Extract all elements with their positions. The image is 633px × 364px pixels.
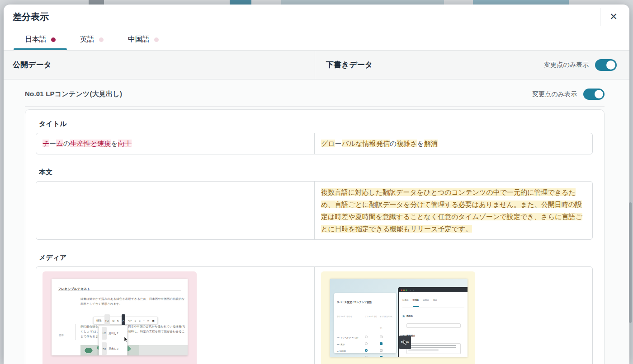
removed-media-card: フレキシブルテキスト 緑青は鮮やかで深みのある緑色を表現できるため、日本画や中国… [43, 271, 197, 364]
active-tab-underline [14, 48, 67, 50]
product-intro-field-label: あ 商品紹介 [402, 330, 464, 342]
tab-label: 日本語 [25, 35, 47, 44]
background-block [89, 0, 104, 5]
bold-icon: B [113, 315, 114, 327]
media-thumbnail-draft: スペース設定 / コンテンツ言語 言語コード / 言語名 デフォルト言語 サブ言… [330, 279, 468, 357]
mini-tab-active: 中国語 [413, 294, 419, 306]
browser-window: ‹ › 日本語 中国語 韓国語 英語 [398, 287, 468, 357]
heading3-icon: H3 [102, 342, 107, 355]
toggle-label: 変更点のみ表示 [544, 61, 589, 69]
numbered-list-icon: ≡ [139, 315, 141, 327]
checkbox-checked-icon [380, 356, 383, 357]
close-icon: ✕ [609, 11, 618, 22]
space-settings-panel: スペース設定 / コンテンツ言語 言語コード / 言語名 デフォルト言語 サブ言… [334, 293, 396, 353]
global-changes-toggle-group: 変更点のみ表示 [544, 51, 617, 79]
title-draft-cell: グローバルな情報発信の複雑さを解消 [314, 133, 592, 154]
mini-tab: 韓国語 [423, 294, 429, 306]
tab-japanese[interactable]: 日本語 [13, 29, 68, 50]
radio-checked-icon [365, 349, 368, 352]
diff-added-segment: 解消 [424, 140, 438, 147]
thumb-paragraph: 緑青は鮮やかで深みのある緑色を表現できるため、日本画や中国画の伝統的な顔料として… [80, 297, 185, 306]
field-label: 商品名 [406, 310, 413, 322]
tab-chinese[interactable]: 中国語 [116, 29, 171, 50]
strikethrough-icon: S [117, 315, 119, 327]
diff-content-scroll-area: No.01 LPコンテンツ(大見出し) 変更点のみ表示 タイトル チームの生産性… [4, 79, 629, 364]
diff-card: タイトル チームの生産性と速度を向上 グローバルな情報発信の複雑さを解消 本文 … [25, 109, 605, 364]
menu-item-label: 見出し3 [109, 343, 118, 355]
product-intro-textarea [406, 343, 461, 354]
language-tabs: 日本語 英語 中国語 [4, 29, 629, 51]
quote-icon: ” [143, 315, 145, 327]
checkbox-checked-icon [380, 342, 383, 345]
radio-icon [365, 356, 368, 357]
page-title: 差分表示 [13, 11, 49, 23]
diff-added-segment: バルな情報発信 [342, 140, 390, 147]
product-name-input [406, 323, 461, 328]
tab-label: 英語 [80, 35, 94, 44]
minimize-window-icon [403, 289, 405, 291]
media-draft-cell: スペース設定 / コンテンツ言語 言語コード / 言語名 デフォルト言語 サブ言… [314, 267, 592, 364]
diff-added-segment: グロ [321, 140, 335, 147]
radio-icon [365, 336, 368, 338]
background-block [473, 0, 569, 5]
section-header: No.01 LPコンテンツ(大見出し) 変更点のみ表示 [25, 89, 605, 107]
unchanged-dot-icon [99, 37, 104, 42]
mini-tab: 英語 [433, 294, 437, 306]
diff-same-segment: ー [335, 140, 342, 147]
link-icon: ∞ [147, 315, 149, 327]
tab-english[interactable]: 英語 [68, 29, 116, 50]
heading-dropdown-menu: H2 見出し2 H3 見出し3 [99, 325, 128, 355]
media-published-cell: フレキシブルテキスト 緑青は鮮やかで深みのある緑色を表現できるため、日本画や中国… [36, 267, 314, 364]
column-header: 言語コード / 言語名 [337, 311, 365, 334]
tab-label: 中国語 [128, 35, 150, 44]
mini-language-tabs: 日本語 中国語 韓国語 英語 [402, 294, 464, 308]
diff-same-segment: の [390, 140, 397, 147]
diff-removed-segment: 生産性と速度 [70, 140, 111, 147]
mini-tab: 日本語 [402, 294, 409, 306]
mouse-cursor-icon [124, 337, 128, 342]
media-field-label: メディア [39, 253, 593, 262]
diff-same-segment: の [63, 140, 70, 147]
show-changes-toggle[interactable] [595, 59, 617, 71]
close-button[interactable]: ✕ [606, 9, 621, 24]
published-column-header: 公開データ [4, 51, 315, 79]
editor-gutter-label: 標準 [59, 329, 64, 341]
draft-title: 下書きデータ [326, 60, 373, 70]
unchanged-dot-icon [154, 37, 159, 42]
panel-heading: スペース設定 / コンテンツ言語 [337, 296, 393, 308]
changed-dot-icon [51, 37, 56, 42]
body-published-cell [36, 182, 314, 239]
divider [600, 8, 600, 26]
title-diff-row: チームの生産性と速度を向上 グローバルな情報発信の複雑さを解消 [36, 133, 593, 154]
radio-icon [365, 342, 368, 345]
checkbox-icon [380, 336, 383, 338]
section-show-changes-toggle[interactable] [583, 89, 605, 100]
column-header-band: 公開データ 下書きデータ 変更点のみ表示 [4, 51, 629, 79]
toggle-label: 変更点のみ表示 [532, 90, 577, 98]
diff-added-segment: 複雑さ [397, 140, 417, 147]
thumb-heading: フレキシブルテキスト [58, 283, 90, 295]
background-block [281, 0, 444, 5]
background-block [230, 0, 251, 5]
scrollbar-thumb[interactable] [629, 202, 632, 323]
product-name-field-label: あ 商品名 [402, 310, 464, 322]
media-diff-row: フレキシブルテキスト 緑青は鮮やかで深みのある緑色を表現できるため、日本画や中国… [36, 266, 593, 364]
zoom-window-icon [406, 289, 407, 291]
diff-removed-segment: 向上 [118, 140, 132, 147]
table-row: zh / 中国語 [337, 355, 393, 357]
diff-removed-segment: チ [43, 140, 49, 147]
toolbar-style-label: 標準 [96, 315, 102, 327]
close-window-icon [401, 289, 402, 291]
radio-cell [365, 352, 380, 357]
diff-same-segment: ー [49, 140, 56, 147]
divider [58, 290, 181, 291]
diff-added-segment: 複数言語に対応した翻訳データをひとつのコンテンツの中で一元的に管理できるため、言… [321, 188, 582, 233]
body-field-label: 本文 [39, 168, 593, 177]
language-label: zh / 中国語 [337, 352, 365, 357]
window-content: 日本語 中国語 韓国語 英語 あ 商品名 [399, 292, 468, 357]
section-title: No.01 LPコンテンツ(大見出し) [25, 90, 122, 98]
toggle-knob [606, 61, 615, 70]
plant-photo [80, 345, 188, 355]
text-skeleton [408, 347, 456, 348]
table-header-row: 言語コード / 言語名 デフォルト言語 サブ言語 (2つ以下) [337, 311, 393, 334]
